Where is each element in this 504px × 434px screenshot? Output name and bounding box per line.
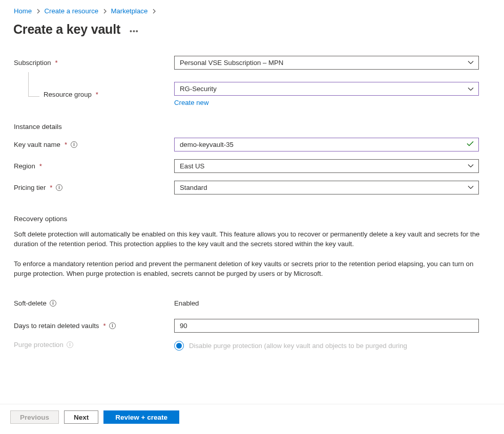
instance-details-heading: Instance details (14, 123, 490, 131)
key-vault-name-field[interactable] (180, 138, 464, 151)
subscription-label: Subscription* (14, 59, 174, 67)
resource-group-select[interactable]: RG-Security (174, 82, 479, 96)
info-icon[interactable] (67, 341, 74, 349)
form-area: Subscription* Personal VSE Subscription … (0, 37, 504, 355)
recovery-para-2: To enforce a mandatory retention period … (14, 259, 480, 278)
breadcrumb-marketplace[interactable]: Marketplace (111, 7, 148, 15)
create-new-link[interactable]: Create new (174, 99, 208, 106)
retain-days-label: Days to retain deleted vaults* (14, 322, 174, 330)
chevron-down-icon (468, 184, 474, 191)
retain-days-field[interactable] (180, 319, 464, 332)
svg-point-1 (73, 142, 74, 143)
key-vault-name-input[interactable] (174, 138, 479, 151)
region-value: East US (180, 162, 204, 170)
retain-days-input[interactable] (174, 319, 479, 333)
resource-group-value: RG-Security (180, 85, 217, 93)
subscription-select[interactable]: Personal VSE Subscription – MPN (174, 56, 479, 70)
soft-delete-value: Enabled (174, 299, 199, 307)
pricing-tier-value: Standard (180, 184, 207, 191)
breadcrumb: Home Create a resource Marketplace (0, 0, 504, 15)
pricing-tier-label: Pricing tier* (14, 184, 174, 191)
recovery-para-1: Soft delete protection will automaticall… (14, 229, 480, 249)
footer-bar: Previous Next Review + create (0, 404, 504, 434)
purge-protection-disable-radio[interactable]: Disable purge protection (allow key vaul… (174, 341, 479, 351)
svg-rect-8 (53, 302, 53, 305)
review-create-button[interactable]: Review + create (103, 410, 179, 424)
svg-point-4 (59, 185, 60, 186)
next-button[interactable]: Next (64, 410, 98, 424)
chevron-right-icon (37, 7, 40, 15)
info-icon[interactable] (70, 141, 77, 148)
info-icon[interactable] (109, 322, 116, 329)
soft-delete-label: Soft-delete (14, 299, 174, 307)
chevron-down-icon (468, 162, 474, 170)
breadcrumb-home[interactable]: Home (14, 7, 32, 15)
svg-point-10 (112, 323, 113, 324)
svg-point-7 (53, 301, 54, 302)
chevron-right-icon (103, 7, 107, 15)
info-icon[interactable] (55, 184, 62, 191)
purge-protection-label: Purge protection (14, 341, 174, 349)
previous-button: Previous (10, 410, 59, 424)
region-label: Region* (14, 162, 174, 170)
resource-group-label: Resource group* (14, 91, 174, 98)
svg-rect-14 (70, 344, 70, 346)
svg-point-13 (70, 343, 71, 344)
radio-icon (174, 341, 184, 351)
chevron-down-icon (468, 59, 474, 67)
svg-rect-5 (59, 187, 59, 189)
svg-rect-2 (73, 144, 74, 146)
purge-protection-disable-label: Disable purge protection (allow key vaul… (189, 342, 407, 350)
chevron-right-icon (153, 7, 156, 15)
chevron-down-icon (468, 85, 474, 93)
breadcrumb-create-resource[interactable]: Create a resource (45, 7, 99, 15)
checkmark-icon (467, 141, 474, 148)
subscription-value: Personal VSE Subscription – MPN (180, 59, 283, 67)
svg-rect-11 (112, 325, 113, 327)
info-icon[interactable] (50, 299, 57, 307)
key-vault-name-label: Key vault name* (14, 141, 174, 148)
region-select[interactable]: East US (174, 159, 479, 173)
more-icon[interactable]: ••• (130, 27, 139, 35)
pricing-tier-select[interactable]: Standard (174, 181, 479, 194)
recovery-options-heading: Recovery options (14, 215, 490, 223)
page-title: Create a key vault (13, 22, 120, 37)
